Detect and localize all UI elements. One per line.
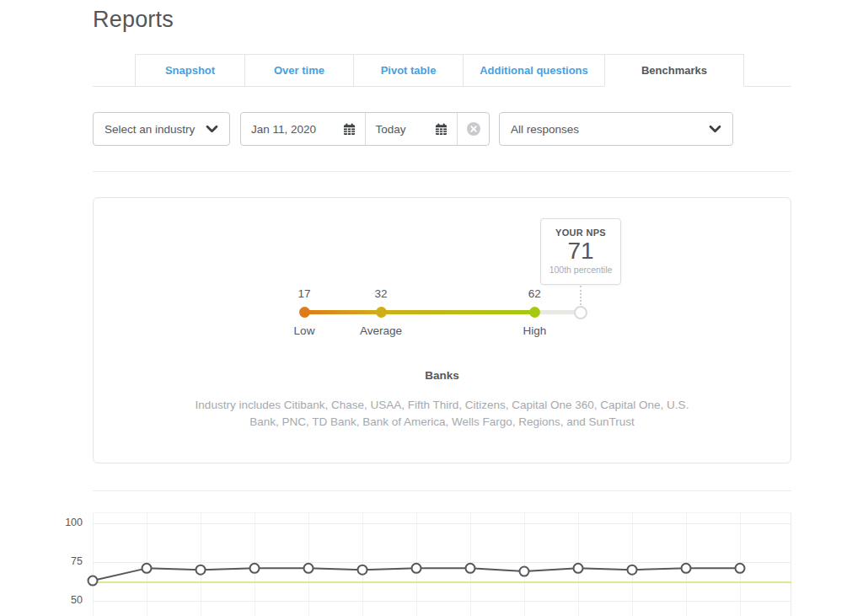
scale-tier-label: Low — [266, 324, 342, 337]
data-point-marker[interactable] — [520, 567, 529, 576]
filter-bar: Select an industry Jan 11, 2020 Today — [93, 112, 733, 146]
date-range-picker: Jan 11, 2020 Today — [240, 112, 490, 146]
date-from-field[interactable]: Jan 11, 2020 — [241, 113, 366, 145]
line-chart-svg — [93, 512, 791, 616]
nps-trend-chart: 1007550 — [0, 512, 863, 616]
data-point-marker[interactable] — [466, 564, 475, 573]
scale-value-label: 17 — [279, 287, 330, 300]
scale-dot — [299, 307, 310, 318]
data-point-marker[interactable] — [358, 565, 367, 575]
page-title: Reports — [93, 7, 174, 33]
calendar-icon — [435, 123, 448, 136]
industry-select[interactable]: Select an industry — [93, 112, 230, 146]
chevron-down-icon — [709, 125, 721, 133]
data-point-marker[interactable] — [574, 564, 583, 573]
tab-snapshot[interactable]: Snapshot — [135, 54, 245, 87]
responses-select-value: All responses — [511, 123, 579, 136]
tab-over-time[interactable]: Over time — [244, 54, 354, 87]
nps-callout-title: YOUR NPS — [541, 228, 620, 238]
nps-callout-percentile: 100th percentile — [541, 265, 620, 275]
date-from-value: Jan 11, 2020 — [251, 123, 316, 136]
tab-bar: Snapshot Over time Pivot table Additiona… — [93, 54, 791, 87]
data-point-marker[interactable] — [628, 565, 637, 575]
scale-value-label: 32 — [356, 287, 406, 300]
tab-pivot-table[interactable]: Pivot table — [353, 54, 464, 87]
scale-tier-label: Average — [343, 324, 419, 337]
data-point-marker[interactable] — [196, 565, 206, 575]
your-nps-marker — [574, 306, 587, 319]
nps-callout: YOUR NPS 71 100th percentile — [540, 218, 621, 285]
tab-benchmarks[interactable]: Benchmarks — [604, 54, 744, 87]
industry-description: Industry includes Citibank, Chase, USAA,… — [194, 397, 691, 431]
data-point-marker[interactable] — [736, 564, 745, 573]
scale-tier-label: High — [496, 324, 572, 337]
section-divider — [93, 490, 791, 491]
scale-dot — [529, 307, 540, 318]
y-axis-tick-label: 50 — [46, 594, 83, 606]
chevron-down-icon — [206, 125, 218, 133]
nps-callout-value: 71 — [541, 238, 620, 264]
scale-dot — [376, 307, 387, 318]
date-clear-button[interactable] — [458, 113, 489, 145]
industry-name: Banks — [94, 369, 791, 382]
clear-icon — [466, 121, 481, 137]
benchmark-card: YOUR NPS 71 100th percentile 17Low32Aver… — [93, 197, 791, 463]
callout-connector-line — [580, 286, 582, 308]
data-point-marker[interactable] — [250, 564, 260, 573]
data-point-marker[interactable] — [142, 564, 152, 573]
nps-scale-track — [304, 310, 534, 314]
calendar-icon — [343, 123, 356, 136]
scale-value-label: 62 — [509, 287, 560, 300]
date-to-field[interactable]: Today — [366, 113, 458, 145]
data-point-marker[interactable] — [682, 564, 691, 573]
section-divider — [93, 171, 791, 172]
y-axis-tick-label: 100 — [46, 517, 83, 528]
industry-select-value: Select an industry — [105, 123, 195, 136]
tab-additional-questions[interactable]: Additional questions — [463, 54, 605, 87]
y-axis-tick-label: 75 — [46, 555, 83, 567]
data-point-marker[interactable] — [304, 564, 314, 573]
data-point-marker[interactable] — [412, 564, 421, 573]
responses-select[interactable]: All responses — [499, 112, 733, 146]
data-point-marker[interactable] — [88, 576, 98, 586]
date-to-value: Today — [376, 123, 406, 136]
